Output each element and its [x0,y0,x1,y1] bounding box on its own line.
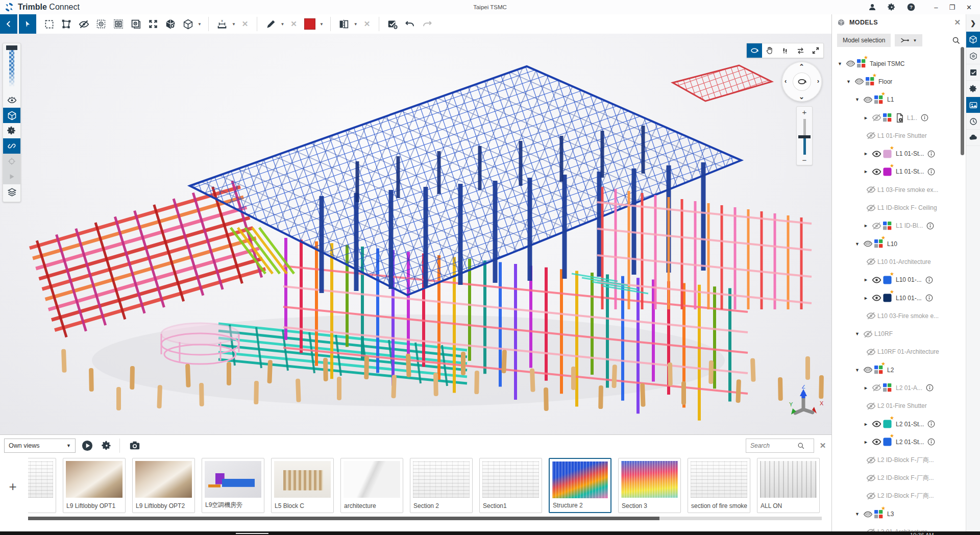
select-tool-button[interactable] [19,14,36,34]
visibility-eye-icon[interactable] [861,329,874,339]
settings-gear-icon[interactable] [887,3,896,12]
window-minimize-button[interactable]: – [934,4,938,11]
transparency-slider[interactable] [6,45,17,88]
view-thumbnail[interactable]: Section1 [479,458,542,513]
clip-plane-button[interactable] [335,15,353,33]
expander-open-icon[interactable]: ▼ [853,241,861,247]
tree-row[interactable]: L2 01-Fire Shutter [832,397,966,415]
expander-closed-icon[interactable]: ► [862,296,870,301]
view-thumbnail[interactable]: L9 Liftlobby OPT1 [63,458,126,513]
visibility-eye-icon[interactable] [861,365,874,375]
view-thumbnail[interactable]: ALL ON [757,458,820,513]
info-icon[interactable] [927,438,935,446]
hidden-objects-cube-button[interactable] [162,15,179,33]
view-thumbnail[interactable]: architecture [340,458,403,513]
expander-closed-icon[interactable]: ► [862,169,870,174]
tree-row[interactable]: ►★L2 01-St... [832,415,966,433]
view-orientation-caret-icon[interactable]: ▼ [198,22,202,27]
3d-viewport[interactable]: ⌃ ⌄ ‹ › + − Z Y X [0,34,831,434]
expander-closed-icon[interactable]: ► [862,385,870,391]
expander-open-icon[interactable]: ▼ [836,61,844,66]
compass-up-icon[interactable]: ⌃ [799,63,804,70]
tree-row[interactable]: ►L1.. [832,109,966,127]
expander-closed-icon[interactable]: ► [862,223,870,228]
fullscreen-button[interactable] [808,43,823,58]
visibility-eye-icon[interactable] [870,149,883,159]
merge-mode-button[interactable]: ▼ [895,34,922,46]
polygon-select-button[interactable] [58,15,75,33]
tree-row[interactable]: ▼★L10 [832,235,966,253]
sidebar-models-tab[interactable] [966,32,980,48]
expander-open-icon[interactable]: ▼ [845,79,852,84]
tree-row[interactable]: ►★L1 01-St... [832,144,966,162]
fit-view-button[interactable] [144,15,162,33]
tree-row[interactable]: L2 ID-Block F-厂商... [832,469,966,487]
create-markup-button[interactable] [384,15,401,33]
sidebar-history-tab[interactable] [966,113,980,130]
swap-view-button[interactable] [793,43,808,58]
expander-closed-icon[interactable]: ► [862,115,870,120]
tree-row[interactable]: ►★L2 01-St... [832,433,966,451]
tree-row[interactable]: ►L2 01-A... [832,379,966,397]
visibility-eye-icon[interactable] [861,509,874,519]
models-scrollbar-thumb[interactable] [961,47,964,155]
measure-tool-button[interactable]: x [213,15,231,33]
hide-object-button[interactable] [75,15,92,33]
play-views-button[interactable] [80,438,95,453]
red-color-swatch[interactable] [304,18,315,30]
info-icon[interactable] [925,294,933,302]
view-thumbnail[interactable]: section of fire smoke [688,458,750,513]
sidebar-views-tab[interactable] [966,97,980,113]
visibility-eye-button[interactable] [3,92,20,108]
visibility-eye-icon[interactable] [861,95,874,105]
tree-row[interactable]: L10 03-Fire smoke e... [832,307,966,325]
panel-collapse-button[interactable]: ❯ [970,14,976,32]
snapshot-camera-button[interactable] [127,438,142,453]
visibility-eye-icon[interactable] [870,113,883,123]
layers-button[interactable] [3,184,20,200]
compass-down-icon[interactable]: ⌄ [799,93,804,101]
views-filter-dropdown[interactable]: Own views ▼ [4,439,76,453]
zoom-in-button[interactable]: + [797,108,812,116]
sidebar-settings-tab[interactable] [966,81,980,97]
info-icon[interactable] [927,168,935,176]
markup-pen-button[interactable] [262,15,279,33]
visibility-eye-icon[interactable] [864,185,877,194]
pen-caret-icon[interactable]: ▼ [280,22,284,27]
tree-row[interactable]: ►L1 ID-Bl... [832,217,966,235]
zoom-track-upper[interactable] [803,119,806,135]
link-button[interactable] [3,138,20,154]
scrollbar-thumb[interactable] [28,517,659,520]
visibility-eye-icon[interactable] [861,239,874,249]
compass-orbit-button[interactable] [793,72,811,91]
sidebar-todo-tab[interactable] [966,64,980,81]
tree-row[interactable]: L10 01-Architecture [832,253,966,271]
tree-row[interactable]: ▼★Floor [832,72,966,90]
visibility-eye-icon[interactable] [870,383,883,393]
visibility-eye-icon[interactable] [864,311,877,321]
box-view-button[interactable] [127,15,144,33]
visibility-eye-icon[interactable] [870,275,883,285]
info-icon[interactable] [927,420,935,428]
visibility-eye-icon[interactable] [864,257,877,266]
visibility-eye-icon[interactable] [870,293,883,303]
info-icon[interactable] [925,276,933,284]
view-thumbnail[interactable]: Section 3 [618,458,681,513]
view-thumbnail[interactable]: L9 Liftlobby OPT2 [132,458,195,513]
visibility-eye-icon[interactable] [852,77,866,86]
window-restore-button[interactable]: ❐ [949,4,955,11]
measure-caret-icon[interactable]: ▼ [232,22,236,27]
view-thumbnail[interactable] [28,458,56,513]
model-selection-button[interactable]: Model selection [837,34,891,47]
expander-closed-icon[interactable]: ► [862,422,870,427]
tree-row[interactable]: L2 ID-Block F-厂商... [832,487,966,505]
user-icon[interactable] [868,3,877,12]
info-icon[interactable] [926,384,934,392]
zoom-out-button[interactable]: − [797,156,812,164]
tree-row[interactable]: L10RF 01-Architecture [832,343,966,361]
tree-row[interactable]: L1 01-Fire Shutter [832,127,966,144]
view-thumbnail[interactable]: Structure 2 [549,458,611,513]
tree-row[interactable]: ▼★L2 [832,361,966,379]
tree-row[interactable]: L1 ID-Block F- Ceiling [832,199,966,216]
3d-model-canvas[interactable] [0,34,831,434]
